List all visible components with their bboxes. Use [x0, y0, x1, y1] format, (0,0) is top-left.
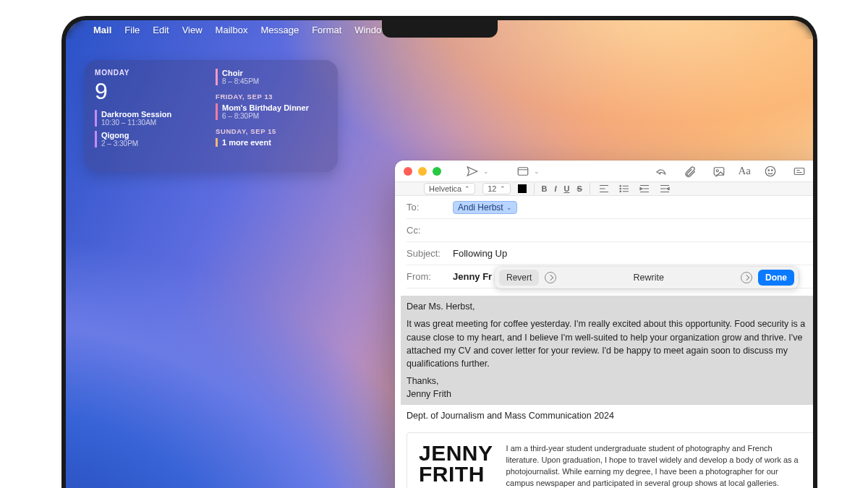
svg-point-2	[716, 169, 718, 171]
align-left-icon[interactable]	[597, 182, 610, 195]
svg-point-7	[620, 186, 621, 187]
to-label: To:	[407, 202, 447, 213]
to-recipient-name: Andi Herbst	[458, 202, 503, 213]
event-time: 2 – 3:30PM	[101, 140, 207, 147]
header-options-caret[interactable]: ⌄	[534, 168, 540, 175]
body-paragraph: It was great meeting for coffee yesterda…	[407, 317, 813, 370]
font-select[interactable]: Helvetica⌃	[424, 183, 475, 194]
event-time: 6 – 8:30PM	[222, 112, 328, 120]
compose-headers: To: Andi Herbst ⌄ Cc: Subject: Following…	[395, 196, 813, 288]
header-fields-icon[interactable]	[514, 162, 532, 181]
laptop-frame: Mail File Edit View Mailbox Message Form…	[61, 16, 817, 488]
menu-file[interactable]: File	[124, 25, 140, 35]
from-row[interactable]: From: Jenny Fr Revert Rewrite Done	[407, 265, 813, 288]
format-text-icon[interactable]: Aa	[739, 165, 752, 177]
send-icon[interactable]	[463, 162, 482, 181]
mail-compose-window: ⌄ ⌄ Aa ⌄ Helvetica⌃ 12⌃	[395, 160, 813, 488]
resume-attachment-preview[interactable]: JENNY FRITH I am a third-year student un…	[407, 432, 813, 488]
to-row[interactable]: To: Andi Herbst ⌄	[407, 196, 813, 219]
event-time: 8 – 8:45PM	[222, 77, 328, 85]
subject-value[interactable]: Following Up	[453, 248, 507, 259]
attachment-icon[interactable]	[681, 162, 699, 181]
rewrite-popover: Revert Rewrite Done	[495, 267, 799, 288]
resume-blurb: I am a third-year student undergraduate …	[506, 443, 805, 488]
event-darkroom[interactable]: Darkroom Session 10:30 – 11:30AM	[95, 110, 207, 127]
underline-button[interactable]: U	[564, 184, 570, 193]
svg-point-5	[772, 169, 773, 171]
display-notch	[382, 20, 498, 38]
send-options-caret[interactable]: ⌄	[483, 168, 489, 175]
svg-point-9	[620, 191, 621, 192]
revert-button[interactable]: Revert	[499, 270, 539, 286]
svg-rect-0	[518, 167, 528, 175]
resume-last-name: FRITH	[419, 464, 493, 485]
strike-button[interactable]: S	[576, 184, 582, 193]
menu-format[interactable]: Format	[312, 25, 341, 35]
svg-point-8	[620, 189, 621, 190]
indent-right-icon[interactable]	[638, 182, 651, 195]
body-dept: Dept. of Journalism and Mass Communicati…	[407, 409, 813, 422]
done-button[interactable]: Done	[758, 270, 794, 286]
section-sunday: SUNDAY, SEP 15	[216, 127, 328, 135]
svg-point-3	[765, 166, 775, 176]
window-titlebar: ⌄ ⌄ Aa ⌄	[395, 160, 813, 181]
reply-icon[interactable]	[652, 162, 671, 181]
undo-circle-icon[interactable]	[545, 272, 556, 283]
compose-body[interactable]: Dear Ms. Herbst, It was great meeting fo…	[395, 288, 813, 488]
calendar-widget[interactable]: MONDAY 9 Darkroom Session 10:30 – 11:30A…	[85, 60, 338, 172]
resume-name-block: JENNY FRITH	[419, 443, 493, 484]
widget-date: 9	[95, 80, 207, 103]
photo-icon[interactable]	[710, 162, 728, 181]
text-color-swatch[interactable]	[518, 184, 527, 193]
subject-label: Subject:	[407, 248, 447, 259]
event-title: Darkroom Session	[101, 110, 207, 119]
redo-circle-icon[interactable]	[741, 272, 752, 283]
cc-label: Cc:	[407, 225, 447, 236]
italic-button[interactable]: I	[554, 184, 556, 193]
menu-view[interactable]: View	[182, 25, 203, 35]
event-title: 1 more event	[222, 138, 328, 147]
to-recipient-pill[interactable]: Andi Herbst ⌄	[453, 201, 517, 214]
event-title: Qigong	[101, 131, 207, 140]
section-friday: FRIDAY, SEP 13	[216, 93, 328, 100]
event-birthday[interactable]: Mom's Birthday Dinner 6 – 8:30PM	[216, 103, 328, 120]
event-time: 10:30 – 11:30AM	[101, 119, 207, 127]
svg-point-4	[768, 169, 770, 171]
rewrite-title: Rewrite	[562, 273, 735, 283]
format-bar: Helvetica⌃ 12⌃ B I U S	[395, 181, 813, 196]
body-thanks: Thanks,	[407, 374, 813, 388]
list-bullet-icon[interactable]	[618, 182, 631, 195]
body-signature-name: Jenny Frith	[407, 388, 813, 401]
chevron-down-icon[interactable]: ⌄	[506, 204, 512, 211]
resume-first-name: JENNY	[419, 443, 493, 464]
event-title: Mom's Birthday Dinner	[222, 103, 328, 112]
event-choir[interactable]: Choir 8 – 8:45PM	[216, 69, 328, 85]
menu-message[interactable]: Message	[260, 25, 299, 35]
svg-rect-6	[794, 168, 804, 174]
event-title: Choir	[222, 69, 328, 77]
menu-edit[interactable]: Edit	[153, 25, 169, 35]
widget-day-label: MONDAY	[95, 69, 207, 77]
body-greeting: Dear Ms. Herbst,	[407, 300, 813, 313]
stationery-icon[interactable]	[790, 162, 809, 181]
window-zoom-button[interactable]	[433, 167, 441, 176]
from-value[interactable]: Jenny Fr	[453, 271, 492, 282]
font-size-select[interactable]: 12⌃	[482, 183, 510, 194]
app-name[interactable]: Mail	[93, 25, 111, 35]
indent-left-icon[interactable]	[658, 182, 671, 195]
desktop-screen: Mail File Edit View Mailbox Message Form…	[66, 20, 813, 488]
from-label: From:	[407, 271, 447, 282]
cc-row[interactable]: Cc:	[407, 219, 813, 242]
event-qigong[interactable]: Qigong 2 – 3:30PM	[95, 131, 207, 147]
event-more[interactable]: 1 more event	[216, 138, 328, 147]
subject-row[interactable]: Subject: Following Up	[407, 242, 813, 265]
emoji-icon[interactable]	[761, 162, 780, 181]
window-close-button[interactable]	[404, 167, 412, 176]
selected-text-block[interactable]: Dear Ms. Herbst, It was great meeting fo…	[401, 296, 813, 405]
menu-mailbox[interactable]: Mailbox	[216, 25, 248, 35]
window-minimize-button[interactable]	[418, 167, 427, 176]
bold-button[interactable]: B	[542, 184, 548, 193]
